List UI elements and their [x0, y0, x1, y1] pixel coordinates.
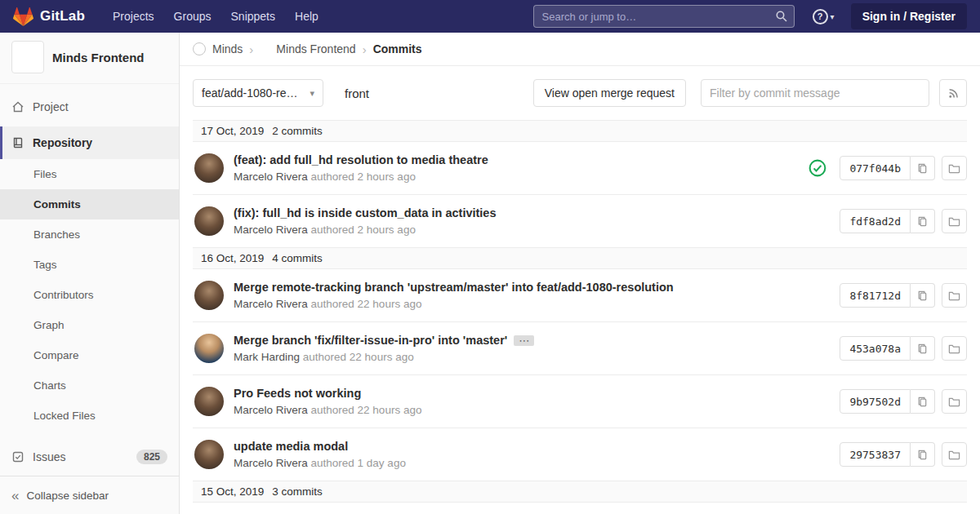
- sidebar-item-contributors[interactable]: Contributors: [0, 280, 179, 310]
- copy-sha-button[interactable]: [911, 209, 935, 233]
- navbar-link-snippets[interactable]: Snippets: [231, 10, 275, 23]
- commit-sha[interactable]: fdf8ad2d: [840, 209, 911, 233]
- commit-filter-input[interactable]: [701, 79, 929, 107]
- sidebar-item-issues[interactable]: Issues 825: [0, 441, 179, 473]
- search-input[interactable]: [533, 5, 795, 28]
- gitlab-wordmark: GitLab: [40, 8, 85, 24]
- copy-sha-button[interactable]: [911, 336, 935, 361]
- folder-icon: [948, 290, 960, 302]
- help-menu[interactable]: ? ▾: [813, 9, 835, 24]
- commit-author-link[interactable]: Marcelo Rivera: [234, 457, 308, 469]
- sidebar-item-tags[interactable]: Tags: [0, 250, 179, 280]
- copy-icon: [916, 343, 929, 355]
- commit-sha[interactable]: 453a078a: [840, 336, 911, 361]
- sidebar-item-charts[interactable]: Charts: [0, 370, 179, 401]
- branch-dropdown[interactable]: feat/add-1080-re… ▾: [193, 79, 323, 107]
- navbar-link-groups[interactable]: Groups: [174, 10, 212, 23]
- branch-dropdown-value: feat/add-1080-re…: [202, 86, 298, 100]
- commits-toolbar: feat/add-1080-re… ▾ front View open merg…: [180, 66, 980, 120]
- browse-files-button[interactable]: [942, 389, 967, 414]
- commit-list: 17 Oct, 2019 2 commits (feat): add full_…: [193, 120, 967, 514]
- repo-path-label: front: [345, 86, 369, 100]
- user-avatar[interactable]: [194, 387, 224, 416]
- home-icon: [11, 100, 24, 113]
- browse-files-button[interactable]: [942, 156, 967, 180]
- commit-row: (feat): add full_hd resolution to media …: [193, 142, 967, 195]
- project-avatar: [11, 41, 44, 73]
- user-avatar[interactable]: [194, 281, 224, 310]
- commit-title-link[interactable]: update media modal: [234, 440, 348, 453]
- user-avatar[interactable]: [194, 153, 224, 183]
- project-title: Minds Frontend: [52, 51, 145, 64]
- commit-timestamp: authored 22 hours ago: [311, 298, 422, 310]
- commit-author-link[interactable]: Marcelo Rivera: [234, 171, 308, 183]
- folder-icon: [948, 162, 960, 175]
- commit-title-link[interactable]: (fix): full_hd is inside custom_data in …: [234, 206, 497, 219]
- navbar-link-help[interactable]: Help: [295, 10, 318, 23]
- sidebar-item-compare[interactable]: Compare: [0, 340, 179, 370]
- commit-author-link[interactable]: Mark Harding: [234, 351, 300, 363]
- sign-in-button[interactable]: Sign in / Register: [851, 3, 967, 29]
- commit-count: 2 commits: [272, 125, 323, 137]
- question-icon: ?: [813, 9, 828, 24]
- project-sidebar: Minds Frontend Project Repository Files …: [0, 33, 180, 514]
- commit-title-link[interactable]: Merge remote-tracking branch 'upstream/m…: [234, 281, 674, 294]
- breadcrumb: Minds › Minds Frontend › Commits: [180, 33, 980, 66]
- copy-sha-button[interactable]: [911, 442, 935, 467]
- commit-title-link[interactable]: Merge branch 'fix/filter-issue-in-pro' i…: [234, 334, 507, 347]
- user-avatar[interactable]: [194, 206, 224, 236]
- chevron-right-icon: ›: [249, 42, 253, 56]
- commit-date-header: 16 Oct, 2019 4 commits: [193, 248, 967, 269]
- copy-sha-button[interactable]: [911, 283, 935, 308]
- project-header[interactable]: Minds Frontend: [0, 33, 179, 84]
- browse-files-button[interactable]: [942, 209, 967, 233]
- sidebar-item-files[interactable]: Files: [0, 159, 179, 189]
- navbar-link-projects[interactable]: Projects: [113, 10, 154, 23]
- browse-files-button[interactable]: [942, 442, 967, 467]
- rss-feed-button[interactable]: [939, 79, 967, 107]
- rss-icon: [947, 87, 960, 100]
- gitlab-logo[interactable]: GitLab: [13, 7, 85, 27]
- commit-author-link[interactable]: Marcelo Rivera: [234, 298, 308, 310]
- commit-title-link[interactable]: (feat): add full_hd resolution to media …: [234, 153, 488, 166]
- user-avatar[interactable]: [194, 440, 224, 469]
- sidebar-item-label: Project: [33, 100, 69, 113]
- commit-count: 3 commits: [272, 485, 323, 498]
- copy-sha-button[interactable]: [911, 389, 935, 414]
- sidebar-item-locked-files[interactable]: Locked Files: [0, 401, 179, 431]
- group-avatar: [193, 42, 206, 55]
- commit-sha[interactable]: 077f044b: [840, 156, 911, 180]
- folder-icon: [948, 396, 960, 408]
- commit-sha[interactable]: 29753837: [840, 442, 911, 467]
- sidebar-item-repository[interactable]: Repository: [0, 126, 179, 159]
- view-merge-request-button[interactable]: View open merge request: [533, 79, 686, 107]
- pipeline-passed-icon[interactable]: [808, 159, 826, 177]
- commit-sha[interactable]: 8f81712d: [840, 283, 911, 308]
- folder-icon: [948, 449, 960, 461]
- breadcrumb-project-link[interactable]: Minds Frontend: [276, 42, 355, 55]
- commit-title-link[interactable]: Pro Feeds not working: [234, 387, 361, 400]
- sidebar-item-graph[interactable]: Graph: [0, 310, 179, 340]
- commit-sha[interactable]: 9b97502d: [840, 389, 911, 414]
- browse-files-button[interactable]: [942, 283, 967, 308]
- commit-author-link[interactable]: Marcelo Rivera: [234, 404, 308, 416]
- breadcrumb-group-link[interactable]: Minds: [212, 42, 243, 55]
- chevron-down-icon: ▾: [831, 12, 835, 21]
- commit-timestamp: authored 1 day ago: [311, 457, 406, 469]
- user-avatar[interactable]: [194, 334, 224, 363]
- commit-author-link[interactable]: Marcelo Rivera: [234, 224, 308, 236]
- copy-sha-button[interactable]: [911, 156, 935, 180]
- expand-commit-description-button[interactable]: ⋯: [514, 335, 534, 346]
- sidebar-nav: Project Repository Files Commits Branche…: [0, 84, 179, 473]
- commit-row: Pro Feeds not working Marcelo Rivera aut…: [193, 375, 967, 428]
- copy-icon: [916, 162, 929, 175]
- collapse-sidebar-button[interactable]: « Collapse sidebar: [0, 476, 179, 514]
- chevron-right-icon: ›: [363, 42, 367, 56]
- issues-count-badge: 825: [136, 450, 167, 464]
- breadcrumb-current-page: Commits: [373, 42, 422, 55]
- sidebar-item-project[interactable]: Project: [0, 91, 179, 123]
- sidebar-item-branches[interactable]: Branches: [0, 219, 179, 250]
- browse-files-button[interactable]: [942, 336, 967, 361]
- sidebar-item-commits[interactable]: Commits: [0, 189, 179, 219]
- commit-timestamp: authored 22 hours ago: [303, 351, 414, 363]
